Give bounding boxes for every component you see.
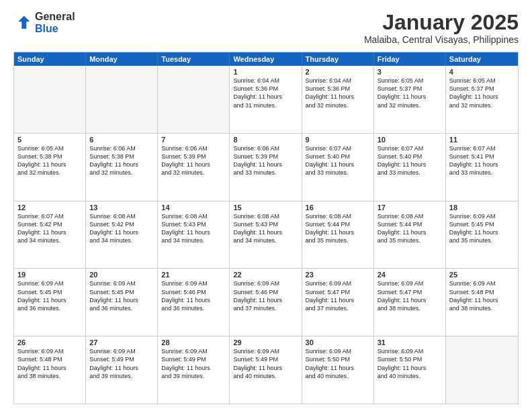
cell-info-text: Sunset: 5:45 PM [449,220,515,228]
cell-info-text: Daylight: 11 hours [17,161,82,169]
cell-info-text: Sunrise: 6:09 AM [378,347,442,355]
header: General Blue January 2025 Malaiba, Centr… [13,11,519,45]
main-title: January 2025 [364,11,519,34]
cell-info-text: Daylight: 11 hours [233,93,298,101]
cell-info-text: Sunrise: 6:05 AM [449,77,515,85]
cell-info-text: and 35 minutes. [378,236,442,244]
cell-info-text: Daylight: 11 hours [378,228,442,236]
cell-info-text: Sunset: 5:36 PM [306,85,370,93]
calendar-week-row: 12Sunrise: 6:07 AMSunset: 5:42 PMDayligh… [14,201,518,269]
day-number: 3 [378,68,442,76]
cell-info-text: Daylight: 11 hours [17,228,82,236]
cell-info-text: and 31 minutes. [233,101,298,109]
cell-info-text: Sunset: 5:49 PM [233,355,298,363]
cell-info-text: and 32 minutes. [161,169,226,177]
cell-info-text: Daylight: 11 hours [378,364,442,372]
cell-info-text: Sunset: 5:39 PM [161,152,226,161]
cell-info-text: and 34 minutes. [17,236,82,244]
calendar-cell: 29Sunrise: 6:09 AMSunset: 5:49 PMDayligh… [230,336,302,404]
cell-info-text: and 35 minutes. [449,236,515,244]
calendar-cell: 10Sunrise: 6:07 AMSunset: 5:40 PMDayligh… [374,134,446,201]
cell-info-text: Daylight: 11 hours [449,161,515,169]
calendar-cell: 20Sunrise: 6:09 AMSunset: 5:45 PMDayligh… [86,269,158,336]
day-number: 20 [89,271,154,279]
cell-info-text: Daylight: 11 hours [449,228,515,236]
cell-info-text: Sunrise: 6:06 AM [233,144,298,152]
cell-info-text: and 40 minutes. [378,372,442,380]
cell-info-text: Sunset: 5:40 PM [378,152,442,161]
cell-info-text: Sunrise: 6:05 AM [17,144,82,152]
cell-info-text: Sunrise: 6:08 AM [378,212,442,220]
calendar-cell: 28Sunrise: 6:09 AMSunset: 5:49 PMDayligh… [158,336,230,404]
cell-info-text: Sunset: 5:44 PM [378,220,442,228]
calendar-cell: 23Sunrise: 6:09 AMSunset: 5:47 PMDayligh… [302,269,374,336]
calendar-cell: 2Sunrise: 6:04 AMSunset: 5:36 PMDaylight… [302,66,374,133]
calendar-cell: 1Sunrise: 6:04 AMSunset: 5:36 PMDaylight… [230,66,302,133]
cell-info-text: and 35 minutes. [306,236,370,244]
cell-info-text: Sunrise: 6:08 AM [89,212,154,220]
calendar-cell: 22Sunrise: 6:09 AMSunset: 5:46 PMDayligh… [230,269,302,336]
calendar-cell: 5Sunrise: 6:05 AMSunset: 5:38 PMDaylight… [14,134,86,201]
day-number: 28 [161,338,226,347]
day-number: 14 [161,203,226,212]
cell-info-text: Sunrise: 6:05 AM [378,77,442,85]
day-number: 18 [449,203,515,212]
logo-blue-text: Blue [35,23,75,35]
cell-info-text: Sunrise: 6:09 AM [233,347,298,355]
calendar-day-header: Tuesday [158,52,230,66]
calendar-cell: 3Sunrise: 6:05 AMSunset: 5:37 PMDaylight… [374,66,446,133]
day-number: 21 [161,271,226,279]
cell-info-text: and 34 minutes. [233,236,298,244]
cell-info-text: Sunrise: 6:09 AM [233,279,298,287]
calendar-cell: 11Sunrise: 6:07 AMSunset: 5:41 PMDayligh… [446,134,518,201]
cell-info-text: and 32 minutes. [378,101,442,109]
svg-marker-0 [18,15,30,28]
cell-info-text: Daylight: 11 hours [89,364,154,372]
calendar-cell: 18Sunrise: 6:09 AMSunset: 5:45 PMDayligh… [446,201,518,269]
cell-info-text: and 34 minutes. [89,236,154,244]
day-number: 4 [449,68,515,76]
day-number: 24 [378,271,442,279]
cell-info-text: and 32 minutes. [449,101,515,109]
day-number: 12 [17,203,82,212]
cell-info-text: and 33 minutes. [378,169,442,177]
cell-info-text: Sunrise: 6:09 AM [306,347,370,355]
day-number: 11 [449,136,515,144]
cell-info-text: Sunset: 5:42 PM [17,220,82,228]
day-number: 27 [89,338,154,347]
cell-info-text: and 40 minutes. [306,372,370,380]
cell-info-text: Sunset: 5:37 PM [449,85,515,93]
cell-info-text: Sunset: 5:50 PM [378,355,442,363]
cell-info-text: Sunset: 5:48 PM [449,288,515,296]
cell-info-text: and 32 minutes. [89,169,154,177]
cell-info-text: Sunset: 5:45 PM [17,288,82,296]
cell-info-text: Sunset: 5:41 PM [449,152,515,161]
cell-info-text: and 39 minutes. [161,372,226,380]
cell-info-text: Sunrise: 6:08 AM [233,212,298,220]
cell-info-text: Sunset: 5:44 PM [306,220,370,228]
day-number: 5 [17,136,82,144]
calendar-cell: 25Sunrise: 6:09 AMSunset: 5:48 PMDayligh… [446,269,518,336]
day-number: 19 [17,271,82,279]
cell-info-text: Daylight: 11 hours [449,296,515,304]
cell-info-text: and 36 minutes. [89,304,154,312]
cell-info-text: and 38 minutes. [378,304,442,312]
cell-info-text: Sunset: 5:48 PM [17,355,82,363]
calendar-cell-empty [14,66,86,133]
day-number: 2 [306,68,370,76]
cell-info-text: Daylight: 11 hours [17,364,82,372]
cell-info-text: Sunset: 5:49 PM [161,355,226,363]
cell-info-text: and 37 minutes. [306,304,370,312]
cell-info-text: and 37 minutes. [233,304,298,312]
day-number: 26 [17,338,82,347]
cell-info-text: and 36 minutes. [161,304,226,312]
cell-info-text: Daylight: 11 hours [233,228,298,236]
cell-info-text: Daylight: 11 hours [161,364,226,372]
cell-info-text: and 33 minutes. [449,169,515,177]
cell-info-text: Sunrise: 6:09 AM [89,347,154,355]
cell-info-text: Daylight: 11 hours [306,364,370,372]
cell-info-text: Daylight: 11 hours [378,296,442,304]
cell-info-text: Sunset: 5:45 PM [89,288,154,296]
cell-info-text: Sunrise: 6:09 AM [378,279,442,287]
day-number: 23 [306,271,370,279]
